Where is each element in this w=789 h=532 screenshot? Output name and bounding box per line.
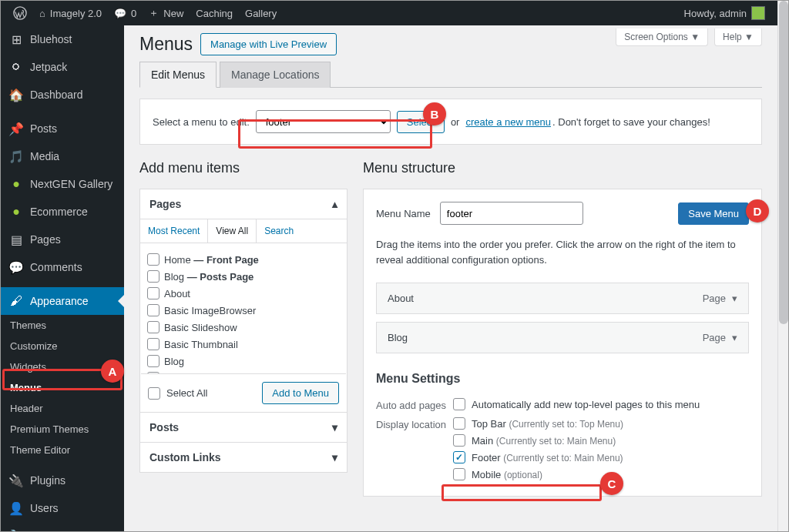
admin-bar-right[interactable]: Howdy, admin	[678, 6, 771, 20]
sidebar-item-ecommerce[interactable]: ●Ecommerce	[1, 198, 124, 226]
sidebar-item-posts[interactable]: 📌Posts	[1, 115, 124, 142]
page-item-label: About	[164, 288, 190, 299]
sidebar-item-media[interactable]: 🎵Media	[1, 142, 124, 170]
brush-icon: 🖌	[8, 293, 24, 309]
sidebar-item-pages[interactable]: ▤Pages	[1, 226, 124, 253]
checkbox[interactable]	[453, 398, 465, 410]
help-button[interactable]: Help ▼	[714, 28, 762, 46]
accordion-posts-header[interactable]: Posts ▾	[140, 413, 347, 443]
sidebar-label: Users	[30, 502, 59, 514]
location-label: Mobile	[472, 469, 501, 480]
page-item[interactable]: Blog — Posts Page	[147, 268, 340, 285]
menu-item-type: Page	[703, 332, 726, 343]
admin-sidebar: ⊞Bluehost ⭘Jetpack 🏠Dashboard 📌Posts 🎵Me…	[1, 25, 124, 531]
save-menu-button[interactable]: Save Menu	[678, 202, 749, 225]
scrollbar-thumb[interactable]	[779, 1, 788, 324]
checkbox[interactable]	[147, 270, 159, 283]
checkbox[interactable]	[147, 253, 159, 266]
sidebar-item-plugins[interactable]: 🔌Plugins	[1, 467, 124, 494]
accordion-footer: Select All Add to Menu	[140, 374, 347, 412]
select-all-option[interactable]: Select All	[148, 387, 207, 400]
submenu-theme-editor[interactable]: Theme Editor	[1, 440, 124, 460]
page-item-label: Basic Thumbnail	[164, 339, 238, 350]
tab-most-recent[interactable]: Most Recent	[140, 219, 208, 243]
auto-add-option[interactable]: Automatically add new top-level pages to…	[453, 398, 700, 410]
sidebar-item-nextgen[interactable]: ●NextGEN Gallery	[1, 170, 124, 198]
comments-link[interactable]: 💬 0	[108, 1, 143, 25]
checkbox[interactable]	[147, 304, 159, 316]
sidebar-label: NextGEN Gallery	[30, 178, 112, 190]
accordion-pages-header[interactable]: Pages ▴	[140, 189, 347, 219]
checkbox[interactable]	[147, 321, 159, 333]
screen-options-button[interactable]: Screen Options ▼	[616, 28, 708, 46]
add-to-menu-button[interactable]: Add to Menu	[262, 382, 339, 404]
sidebar-item-tools[interactable]: 🔧Tools	[1, 522, 124, 531]
submenu-customize[interactable]: Customize	[1, 336, 124, 356]
menu-structure-item[interactable]: Blog Page▾	[376, 322, 749, 353]
submenu-premium-themes[interactable]: Premium Themes	[1, 419, 124, 440]
menu-name-input[interactable]	[440, 202, 583, 225]
menu-structure-item[interactable]: About Page▾	[376, 283, 749, 314]
checkbox[interactable]	[453, 468, 465, 480]
wp-logo[interactable]	[7, 1, 33, 25]
sidebar-label: Media	[30, 150, 59, 162]
sidebar-item-appearance[interactable]: 🖌Appearance	[1, 287, 124, 315]
chevron-down-icon[interactable]: ▾	[732, 332, 737, 343]
sidebar-item-dashboard[interactable]: 🏠Dashboard	[1, 81, 124, 109]
page-item[interactable]: About	[147, 285, 340, 302]
screen-options-label: Screen Options	[624, 32, 688, 42]
page-item[interactable]: Basic Slideshow	[147, 319, 340, 336]
location-mobile[interactable]: Mobile (optional)	[453, 468, 623, 480]
page-scrollbar[interactable]	[777, 1, 788, 531]
menu-select-dropdown[interactable]: footer	[256, 110, 391, 133]
location-label: Footer	[472, 452, 501, 463]
checkbox[interactable]	[453, 417, 465, 430]
annotation-b: B	[423, 102, 446, 125]
page-item[interactable]: Basic Thumbnail	[147, 336, 340, 353]
tab-edit-menus[interactable]: Edit Menus	[139, 62, 217, 88]
tab-manage-locations[interactable]: Manage Locations	[220, 62, 331, 88]
caching-link[interactable]: Caching	[190, 1, 239, 25]
sidebar-item-comments[interactable]: 💬Comments	[1, 253, 124, 281]
checkbox[interactable]	[147, 338, 159, 350]
page-title: Menus	[139, 34, 193, 55]
submenu-themes[interactable]: Themes	[1, 315, 124, 336]
add-menu-items-column: Add menu items Pages ▴ Most Recent View …	[139, 160, 347, 497]
page-item[interactable]: Blog	[147, 353, 340, 370]
chevron-down-icon: ▾	[332, 421, 337, 433]
accordion: Pages ▴ Most Recent View All Search Home…	[139, 189, 347, 473]
checkbox[interactable]	[147, 287, 159, 299]
page-item[interactable]: Home — Front Page	[147, 251, 340, 268]
sidebar-label: Dashboard	[30, 89, 83, 101]
sidebar-item-users[interactable]: 👤Users	[1, 494, 124, 522]
tab-view-all[interactable]: View All	[208, 219, 257, 243]
create-menu-link[interactable]: create a new menu	[465, 116, 551, 128]
location-footer[interactable]: Footer (Currently set to: Main Menu)	[453, 451, 623, 463]
chevron-down-icon[interactable]: ▾	[732, 293, 737, 304]
location-topbar[interactable]: Top Bar (Currently set to: Top Menu)	[453, 417, 623, 430]
page-item[interactable]: Basic ImageBrowser	[147, 302, 340, 319]
checkbox[interactable]	[453, 434, 465, 447]
location-label: Main	[472, 435, 493, 447]
gallery-link[interactable]: Gallery	[239, 1, 283, 25]
checkbox[interactable]	[147, 355, 159, 367]
tab-search[interactable]: Search	[257, 219, 301, 243]
accordion-custom-header[interactable]: Custom Links ▾	[140, 443, 347, 472]
sidebar-item-bluehost[interactable]: ⊞Bluehost	[1, 25, 124, 53]
page-item-suffix: — Front Page	[193, 254, 259, 266]
page-list[interactable]: Home — Front Page Blog — Posts Page Abou…	[141, 243, 346, 374]
chevron-up-icon: ▴	[332, 198, 337, 210]
submenu-header[interactable]: Header	[1, 398, 124, 419]
gauge-icon: 🏠	[8, 87, 24, 102]
checkbox[interactable]	[148, 387, 160, 400]
checkbox[interactable]	[453, 451, 465, 463]
site-name-link[interactable]: ⌂ Imagely 2.0	[33, 1, 108, 25]
drag-hint: Drag the items into the order you prefer…	[376, 237, 749, 267]
sidebar-item-jetpack[interactable]: ⭘Jetpack	[1, 53, 124, 81]
circle-icon: ●	[8, 204, 24, 219]
admin-bar-left: ⌂ Imagely 2.0 💬 0 ＋ New Caching Gallery	[7, 1, 283, 25]
live-preview-button[interactable]: Manage with Live Preview	[200, 33, 337, 55]
page-item-label: Basic Slideshow	[164, 322, 237, 333]
location-main[interactable]: Main (Currently set to: Main Menu)	[453, 434, 623, 447]
new-content-link[interactable]: ＋ New	[143, 1, 190, 25]
